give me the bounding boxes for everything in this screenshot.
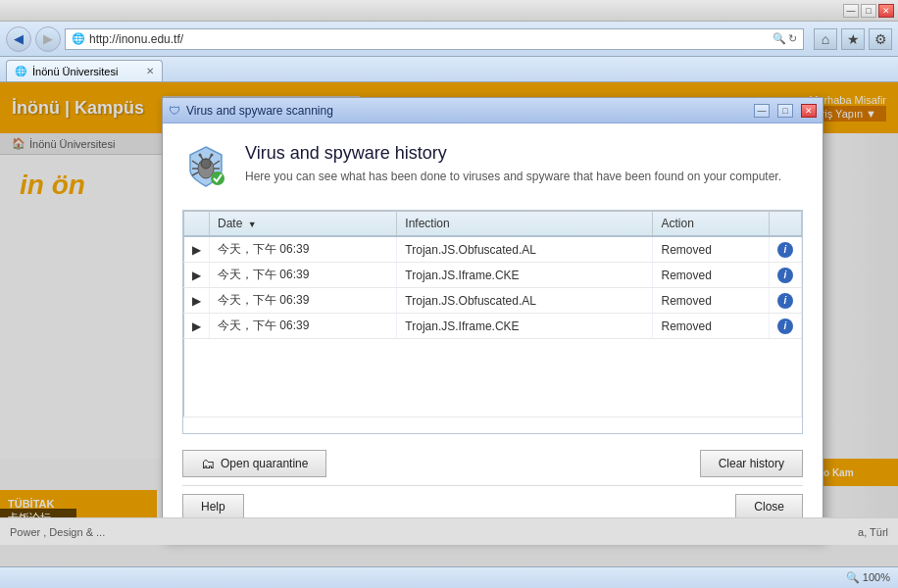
dialog-body: Virus and spyware history Here you can s… <box>163 123 823 539</box>
table-row: ▶ 今天，下午 06:39 Trojan.JS.Obfuscated.AL Re… <box>184 236 802 263</box>
row-infection-1: Trojan.JS.Obfuscated.AL <box>397 236 653 263</box>
dialog-title-icon: 🛡 <box>169 104 180 118</box>
tab-favicon: 🌐 <box>15 66 26 76</box>
title-bar: — □ ✕ <box>0 0 898 22</box>
dialog-footer-buttons: 🗂 Open quarantine Clear history <box>182 450 803 477</box>
info-icon-1[interactable]: i <box>777 242 793 258</box>
row-arrow-4: ▶ <box>184 314 210 339</box>
info-icon-4[interactable]: i <box>777 318 793 334</box>
address-favicon: 🌐 <box>72 32 85 45</box>
address-url: http://inonu.edu.tf/ <box>89 32 773 46</box>
close-dialog-btn[interactable]: Close <box>735 494 803 519</box>
row-arrow-3: ▶ <box>184 288 210 314</box>
row-date-3: 今天，下午 06:39 <box>210 288 397 314</box>
forward-btn[interactable]: ▶ <box>35 26 61 52</box>
history-table: Date ▼ Infection Action ▶ 今天 <box>183 211 802 417</box>
status-bar: 🔍 100% <box>0 566 898 588</box>
tab-title: İnönü Üniversitesi <box>32 66 118 77</box>
dialog-bottom-buttons: Help Close <box>182 485 803 519</box>
footer-right-text: a, Türl <box>858 526 888 538</box>
tab-bar: 🌐 İnönü Üniversitesi ✕ <box>0 57 898 82</box>
maximize-window-btn[interactable]: □ <box>861 4 876 18</box>
table-row: ▶ 今天，下午 06:39 Trojan.JS.Iframe.CKE Remov… <box>184 314 802 339</box>
col-arrow-header <box>184 212 210 237</box>
table-header: Date ▼ Infection Action <box>184 212 802 237</box>
browser-frame: — □ ✕ ◀ ▶ 🌐 http://inonu.edu.tf/ 🔍 ↻ ⌂ ★… <box>0 0 898 588</box>
row-action-2: Removed <box>653 263 770 288</box>
tab-close-btn[interactable]: ✕ <box>146 66 154 76</box>
browser-tab[interactable]: 🌐 İnönü Üniversitesi ✕ <box>6 60 163 81</box>
row-info-2[interactable]: i <box>770 263 802 288</box>
col-infection-header: Infection <box>397 212 653 237</box>
row-date-4: 今天，下午 06:39 <box>210 314 397 339</box>
row-arrow-2: ▶ <box>184 263 210 288</box>
row-date-2: 今天，下午 06:39 <box>210 263 397 288</box>
row-infection-2: Trojan.JS.Iframe.CKE <box>397 263 653 288</box>
zoom-control[interactable]: 🔍 100% <box>846 571 890 584</box>
row-info-1[interactable]: i <box>770 236 802 263</box>
col-info-header <box>770 212 802 237</box>
virus-scan-dialog: 🛡 Virus and spyware scanning — □ ✕ <box>162 97 823 540</box>
dialog-title-bar: 🛡 Virus and spyware scanning — □ ✕ <box>163 98 823 123</box>
dialog-close-btn[interactable]: ✕ <box>801 104 817 118</box>
row-info-3[interactable]: i <box>770 288 802 314</box>
col-action-header: Action <box>653 212 770 237</box>
row-infection-4: Trojan.JS.Iframe.CKE <box>397 314 653 339</box>
svg-point-11 <box>211 154 214 157</box>
table-row: ▶ 今天，下午 06:39 Trojan.JS.Obfuscated.AL Re… <box>184 288 802 314</box>
dialog-maximize-btn[interactable]: □ <box>777 104 793 118</box>
row-info-4[interactable]: i <box>770 314 802 339</box>
dialog-minimize-btn[interactable]: — <box>754 104 770 118</box>
dialog-virus-icon-area <box>182 143 229 190</box>
row-arrow-1: ▶ <box>184 236 210 263</box>
info-icon-3[interactable]: i <box>777 293 793 309</box>
virus-icon <box>182 143 229 190</box>
row-action-4: Removed <box>653 314 770 339</box>
row-infection-3: Trojan.JS.Obfuscated.AL <box>397 288 653 314</box>
dialog-heading: Virus and spyware history <box>245 143 781 164</box>
col-date-header: Date ▼ <box>210 212 397 237</box>
footer-text: Power , Design & ... <box>10 526 105 538</box>
clear-history-btn[interactable]: Clear history <box>700 450 803 477</box>
site-footer: Power , Design & ... a, Türl <box>0 517 898 545</box>
info-icon-2[interactable]: i <box>777 268 793 283</box>
favorites-btn[interactable]: ★ <box>841 28 865 50</box>
quarantine-icon: 🗂 <box>201 456 215 471</box>
status-bar-icons: 🔍 100% <box>846 571 890 584</box>
back-btn[interactable]: ◀ <box>6 26 31 52</box>
row-action-3: Removed <box>653 288 770 314</box>
dialog-title-text: Virus and spyware scanning <box>186 104 746 118</box>
dialog-header: Virus and spyware history Here you can s… <box>182 143 803 190</box>
table-row-empty <box>184 339 802 417</box>
open-quarantine-btn[interactable]: 🗂 Open quarantine <box>182 450 326 477</box>
nav-bar: ◀ ▶ 🌐 http://inonu.edu.tf/ 🔍 ↻ ⌂ ★ ⚙ <box>0 22 898 57</box>
row-date-1: 今天，下午 06:39 <box>210 236 397 263</box>
table-row: ▶ 今天，下午 06:39 Trojan.JS.Iframe.CKE Remov… <box>184 263 802 288</box>
tools-btn[interactable]: ⚙ <box>869 28 892 50</box>
help-btn[interactable]: Help <box>182 494 244 519</box>
close-window-btn[interactable]: ✕ <box>878 4 894 18</box>
minimize-window-btn[interactable]: — <box>843 4 859 18</box>
address-refresh-icon[interactable]: ↻ <box>788 32 797 45</box>
svg-point-10 <box>199 154 202 157</box>
page-content: İnönü | Kampüs Merhaba Misafir Giriş Yap… <box>0 82 898 566</box>
dialog-description: Here you can see what has been done to v… <box>245 170 781 183</box>
table-body: ▶ 今天，下午 06:39 Trojan.JS.Obfuscated.AL Re… <box>184 236 802 417</box>
history-table-container: Date ▼ Infection Action ▶ 今天 <box>182 210 803 434</box>
svg-point-1 <box>201 159 211 169</box>
dialog-header-text: Virus and spyware history Here you can s… <box>245 143 781 183</box>
row-action-1: Removed <box>653 236 770 263</box>
home-btn[interactable]: ⌂ <box>814 28 837 50</box>
address-search-icon[interactable]: 🔍 <box>773 32 786 45</box>
